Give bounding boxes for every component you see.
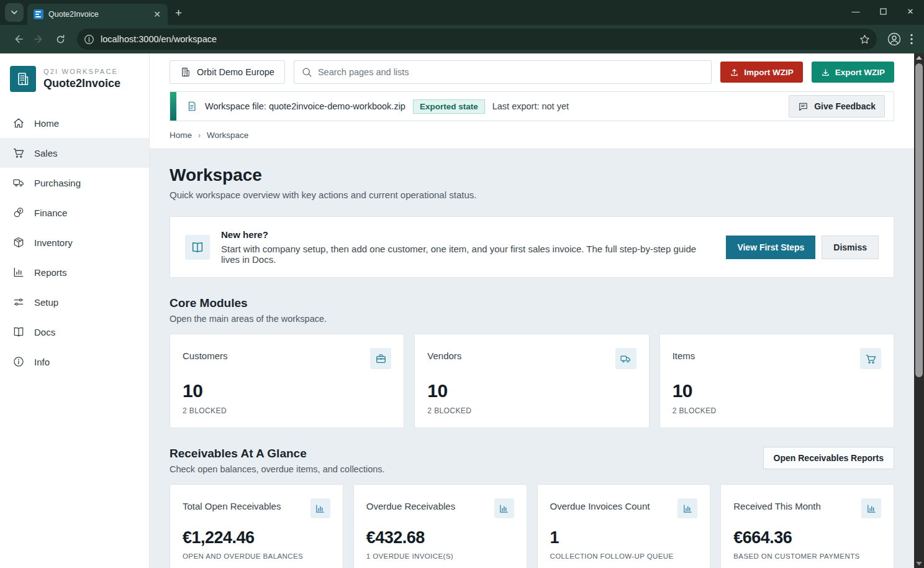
sidebar-item-info[interactable]: Info	[0, 347, 149, 377]
export-wzip-button[interactable]: Export WZIP	[812, 62, 894, 83]
page-scrollbar[interactable]	[914, 53, 924, 568]
global-search[interactable]	[294, 60, 712, 84]
back-arrow-icon	[12, 34, 24, 45]
sidebar-item-inventory[interactable]: Inventory	[0, 227, 149, 257]
sidebar-item-sales[interactable]: Sales	[0, 138, 149, 168]
view-first-steps-button[interactable]: View First Steps	[726, 236, 815, 259]
workspace-file-text: Workspace file: quote2invoice-demo-workb…	[205, 101, 405, 111]
module-card-value: 10	[427, 380, 636, 401]
module-card-items[interactable]: Items 10 2 BLOCKED	[659, 334, 894, 428]
stat-card-label: Overdue Receivables	[366, 498, 455, 511]
stat-card-overdue-receivables[interactable]: Overdue Receivables €432.68 1 OVERDUE IN…	[353, 484, 527, 568]
sidebar-item-setup[interactable]: Setup	[0, 287, 149, 317]
profile-icon[interactable]	[887, 32, 902, 47]
module-card-value: 10	[183, 380, 391, 401]
search-input[interactable]	[318, 67, 704, 77]
stat-card-value: 1	[550, 528, 698, 547]
sidebar-item-home[interactable]: Home	[0, 108, 149, 138]
breadcrumb-separator: ›	[198, 131, 201, 140]
import-wzip-button[interactable]: Import WZIP	[720, 62, 803, 83]
exported-state-badge: Exported state	[413, 99, 485, 114]
sidebar-item-reports[interactable]: Reports	[0, 257, 149, 287]
cart-icon	[12, 147, 25, 159]
bar-chart-icon	[677, 498, 697, 518]
sidebar-item-docs[interactable]: Docs	[0, 317, 149, 347]
module-card-customers[interactable]: Customers 10 2 BLOCKED	[170, 334, 404, 428]
bar-chart-icon	[861, 498, 881, 518]
scroll-down-arrow[interactable]	[914, 559, 924, 568]
scroll-up-arrow[interactable]	[914, 53, 924, 62]
sidebar-item-label: Docs	[34, 327, 55, 337]
forward-button[interactable]	[30, 30, 48, 48]
sidebar-item-label: Inventory	[34, 237, 73, 248]
open-receivables-reports-button[interactable]: Open Receivables Reports	[763, 447, 894, 469]
reload-button[interactable]	[51, 30, 70, 48]
feedback-bubble-icon	[798, 101, 808, 112]
module-card-label: Customers	[183, 348, 228, 361]
workspace-header-row: Orbit Demo Europe Import WZIP Export WZI…	[150, 53, 914, 90]
upload-icon	[730, 68, 739, 77]
module-card-vendors[interactable]: Vendors 10 2 BLOCKED	[414, 334, 649, 428]
page-subtitle: Quick workspace overview with key action…	[170, 190, 894, 200]
module-card-value: 10	[673, 380, 881, 401]
url-text[interactable]: localhost:3000/en/workspace	[101, 34, 859, 44]
reload-icon	[55, 34, 66, 45]
stat-card-sub: COLLECTION FOLLOW-UP QUEUE	[550, 552, 698, 560]
bar-chart-icon	[494, 498, 514, 518]
receivables-title: Receivables At A Glance	[170, 447, 763, 460]
download-icon	[821, 68, 830, 77]
breadcrumb-home[interactable]: Home	[170, 131, 192, 140]
new-tab-button[interactable]: +	[175, 6, 182, 20]
scrollbar-thumb[interactable]	[915, 63, 923, 377]
stat-card-label: Received This Month	[733, 498, 821, 511]
chevron-down-icon	[11, 9, 18, 16]
box-icon	[12, 236, 25, 249]
truck-icon	[615, 348, 636, 369]
sidebar-item-purchasing[interactable]: Purchasing	[0, 168, 149, 198]
breadcrumb: Home › Workspace	[150, 121, 914, 149]
close-button[interactable]: ✕	[897, 0, 924, 22]
receivables-subtitle: Check open balances, overdue items, and …	[170, 464, 763, 474]
export-wzip-label: Export WZIP	[835, 68, 885, 77]
app-name: Quote2Invoice	[43, 77, 120, 90]
tab-strip: Quote2Invoice ✕ + — ✕	[0, 0, 924, 25]
sidebar-item-finance[interactable]: Finance	[0, 198, 149, 227]
stat-card-value: €664.36	[733, 528, 881, 547]
back-button[interactable]	[9, 30, 27, 48]
dismiss-button[interactable]: Dismiss	[822, 236, 879, 259]
book-icon	[191, 240, 204, 254]
search-icon	[302, 67, 312, 78]
browser-tab[interactable]: Quote2Invoice ✕	[27, 4, 168, 25]
bookmark-star-icon[interactable]	[859, 34, 871, 45]
stat-card-label: Overdue Invoices Count	[550, 498, 650, 511]
site-info-icon[interactable]	[82, 32, 96, 46]
sidebar-item-label: Reports	[34, 267, 67, 278]
page-title: Workspace	[170, 165, 894, 185]
give-feedback-label: Give Feedback	[814, 101, 876, 111]
sliders-icon	[12, 296, 25, 308]
give-feedback-button[interactable]: Give Feedback	[789, 95, 885, 117]
core-modules-subtitle: Open the main areas of the workspace.	[170, 314, 894, 324]
onboarding-icon-box	[185, 235, 210, 260]
url-bar[interactable]: localhost:3000/en/workspace	[77, 29, 877, 50]
info-icon	[12, 355, 25, 368]
sidebar-item-label: Info	[34, 357, 50, 367]
company-selector-button[interactable]: Orbit Demo Europe	[170, 60, 285, 84]
stat-card-received-this-month[interactable]: Received This Month €664.36 BASED ON CUS…	[720, 484, 894, 568]
brand-block: Q2I WORKSPACE Quote2Invoice	[0, 66, 149, 108]
stat-card-total-open-receivables[interactable]: Total Open Receivables €1,224.46 OPEN AN…	[170, 484, 343, 568]
stat-card-value: €432.68	[366, 528, 514, 547]
stat-card-overdue-invoices-count[interactable]: Overdue Invoices Count 1 COLLECTION FOLL…	[537, 484, 711, 568]
maximize-button[interactable]	[869, 0, 897, 22]
tab-close-icon[interactable]: ✕	[152, 9, 163, 20]
menu-kebab-icon[interactable]	[908, 34, 918, 45]
minimize-button[interactable]: —	[842, 0, 869, 22]
sidebar-item-label: Finance	[34, 208, 67, 218]
module-card-sub: 2 BLOCKED	[673, 406, 881, 415]
page-content: Workspace Quick workspace overview with …	[150, 149, 914, 568]
tab-search-button[interactable]	[5, 3, 24, 22]
sidebar: Q2I WORKSPACE Quote2Invoice Home Sales P…	[0, 53, 150, 568]
favicon-icon	[34, 9, 43, 19]
browser-toolbar: localhost:3000/en/workspace	[0, 25, 924, 53]
coins-icon	[12, 206, 25, 219]
